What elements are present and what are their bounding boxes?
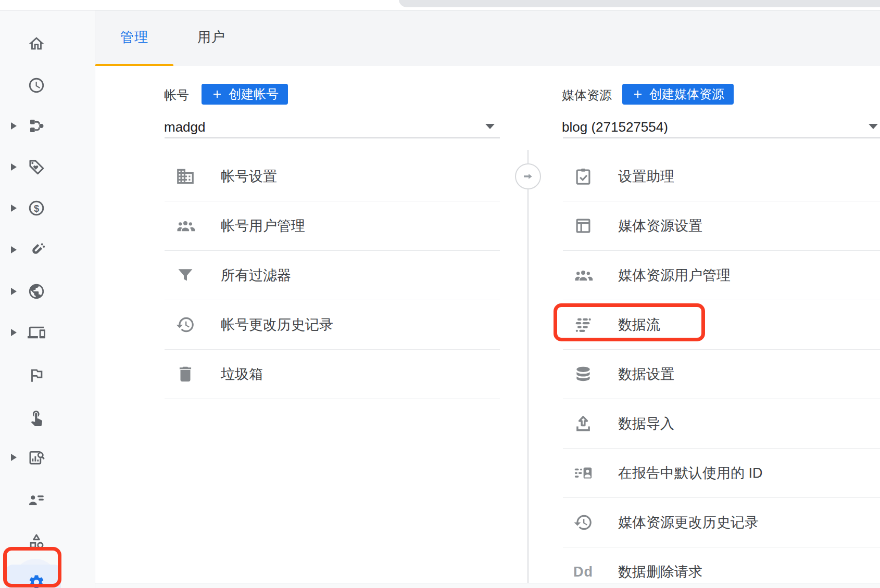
account-settings-list: 帐号设置 帐号用户管理 所有过滤器 帐号更改历史记录 垃圾箱: [165, 152, 500, 399]
list-item-property-change-history[interactable]: 媒体资源更改历史记录: [563, 498, 880, 547]
create-account-label: 创建帐号: [229, 86, 279, 103]
attribution-icon[interactable]: [28, 117, 45, 135]
expand-monetization-icon[interactable]: [11, 204, 17, 212]
list-item-label: 帐号用户管理: [221, 216, 305, 235]
list-item-label: 垃圾箱: [221, 365, 263, 384]
search-bar-partial[interactable]: [399, 0, 880, 7]
tab-admin-label: 管理: [120, 28, 148, 46]
people-icon: [573, 265, 594, 286]
reporting-identity-icon: [573, 463, 594, 483]
content-bottom-edge: [95, 583, 880, 588]
property-selector-underline: [563, 137, 880, 138]
column-divider: [527, 150, 529, 583]
history-icon: [175, 314, 196, 335]
svg-text:$: $: [34, 203, 39, 214]
property-selector-caret-icon[interactable]: [869, 124, 878, 129]
list-item-property-user-management[interactable]: 媒体资源用户管理: [563, 251, 880, 300]
move-property-button[interactable]: [515, 163, 541, 189]
property-selector-value[interactable]: blog (271527554): [562, 119, 668, 135]
library-person-icon[interactable]: [28, 491, 45, 509]
touch-icon[interactable]: [28, 408, 45, 426]
flag-icon[interactable]: [28, 366, 45, 384]
top-header: [0, 0, 880, 10]
building-icon: [175, 166, 196, 187]
create-account-button[interactable]: 创建帐号: [202, 84, 288, 105]
devices-icon[interactable]: [28, 324, 45, 341]
trash-icon: [175, 364, 196, 385]
history-icon: [573, 512, 594, 533]
left-nav-sidebar: $: [0, 10, 95, 588]
home-icon[interactable]: [28, 35, 45, 53]
dd-icon: Dd: [573, 561, 594, 582]
list-item-label: 帐号设置: [221, 167, 277, 186]
expand-devices-icon[interactable]: [11, 329, 17, 336]
list-item-label: 在报告中默认使用的 ID: [618, 464, 763, 482]
list-item-label: 帐号更改历史记录: [221, 315, 333, 334]
expand-magnet-icon[interactable]: [11, 246, 17, 253]
tab-users-label: 用户: [197, 28, 225, 46]
list-item-label: 媒体资源用户管理: [618, 266, 731, 285]
account-selector-value[interactable]: madgd: [164, 119, 206, 135]
list-item-data-deletion-requests[interactable]: Dd 数据删除请求: [563, 547, 880, 588]
tab-users[interactable]: 用户: [180, 10, 243, 64]
expand-explore-icon[interactable]: [11, 454, 17, 461]
settings-gear-icon[interactable]: [28, 573, 45, 588]
list-item-data-import[interactable]: 数据导入: [563, 399, 880, 449]
property-settings-list: 设置助理 媒体资源设置 媒体资源用户管理 数据流 数据设置 数据导入 在报告: [563, 152, 880, 588]
list-item-default-reporting-id[interactable]: 在报告中默认使用的 ID: [563, 449, 880, 498]
list-item-data-streams[interactable]: 数据流: [563, 300, 880, 350]
list-item-label: 媒体资源更改历史记录: [618, 513, 759, 532]
list-item-account-settings[interactable]: 帐号设置: [165, 152, 500, 201]
list-item-label: 设置助理: [618, 167, 674, 186]
database-icon: [573, 364, 594, 385]
magnet-icon[interactable]: [28, 241, 45, 259]
arrow-right-icon: [522, 170, 534, 183]
account-column-label: 帐号: [164, 87, 189, 104]
list-item-data-settings[interactable]: 数据设置: [563, 350, 880, 399]
monetization-icon[interactable]: $: [28, 199, 45, 217]
reports-clock-icon[interactable]: [28, 76, 45, 94]
active-tab-underline: [95, 64, 173, 66]
data-streams-icon: [573, 314, 594, 335]
globe-icon[interactable]: [28, 283, 45, 300]
list-item-setup-assistant[interactable]: 设置助理: [563, 152, 880, 201]
plus-icon: [211, 88, 223, 100]
admin-tabstrip: 管理 用户: [95, 10, 880, 66]
list-item-property-settings[interactable]: 媒体资源设置: [563, 201, 880, 251]
create-property-label: 创建媒体资源: [649, 86, 724, 103]
account-selector-underline: [165, 137, 500, 138]
ads-tag-icon[interactable]: [28, 158, 45, 176]
list-item-label: 数据流: [618, 315, 660, 334]
create-property-button[interactable]: 创建媒体资源: [622, 84, 734, 105]
list-item-label: 数据设置: [618, 365, 674, 384]
list-item-trash-can[interactable]: 垃圾箱: [165, 350, 500, 399]
tab-admin[interactable]: 管理: [95, 10, 173, 64]
upload-icon: [573, 413, 594, 434]
property-settings-icon: [573, 215, 594, 236]
setup-assistant-icon: [573, 166, 594, 187]
account-selector-caret-icon[interactable]: [485, 124, 495, 129]
plus-icon: [632, 88, 644, 100]
expand-attribution-icon[interactable]: [11, 122, 17, 130]
property-column-label: 媒体资源: [562, 87, 612, 104]
list-item-all-filters[interactable]: 所有过滤器: [165, 251, 500, 300]
list-item-label: 数据删除请求: [618, 563, 702, 581]
list-item-label: 数据导入: [618, 414, 674, 433]
ga-admin-page: { "tabs": { "admin": "管理", "users": "用户"…: [0, 0, 880, 588]
explore-chart-icon[interactable]: [28, 449, 45, 466]
people-icon: [175, 215, 196, 236]
filter-icon: [175, 265, 196, 286]
list-item-label: 所有过滤器: [221, 266, 291, 285]
list-item-account-user-management[interactable]: 帐号用户管理: [165, 201, 500, 251]
expand-ads-icon[interactable]: [11, 163, 17, 171]
expand-globe-icon[interactable]: [11, 288, 17, 295]
list-item-account-change-history[interactable]: 帐号更改历史记录: [165, 300, 500, 350]
list-item-label: 媒体资源设置: [618, 216, 702, 235]
shapes-icon[interactable]: [28, 532, 45, 550]
